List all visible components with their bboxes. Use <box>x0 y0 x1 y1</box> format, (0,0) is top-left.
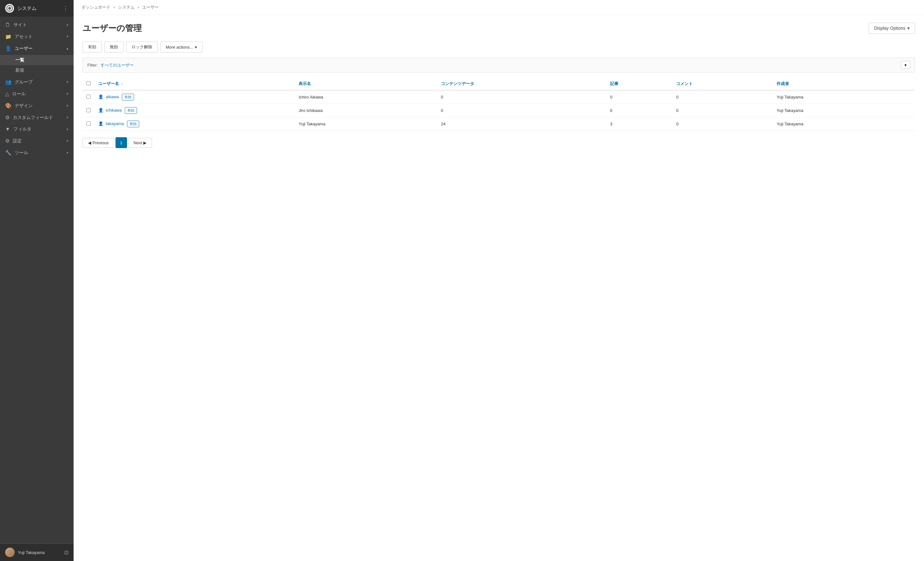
previous-button[interactable]: ◀ Previous <box>82 138 114 148</box>
site-icon: 🗒 <box>5 22 10 28</box>
chevron-down-icon: ▾ <box>66 151 69 155</box>
breadcrumb-sep-2: › <box>138 5 140 10</box>
chevron-left-icon: ◀ <box>88 140 91 145</box>
table-header-author[interactable]: 作成者 <box>772 78 915 90</box>
row-checkbox-1[interactable] <box>86 108 90 112</box>
sidebar-user-name: Yuji Takayama <box>18 550 45 555</box>
filter-label: Filter: <box>87 63 98 68</box>
sidebar-item-users[interactable]: 👤 ユーザー ▴ <box>0 42 74 54</box>
row-comments-cell: 0 <box>672 117 772 131</box>
filter-bar: Filter: すべてのユーザー ▾ <box>82 58 915 73</box>
table-header-username[interactable]: ユーザー名 ↑ <box>94 78 295 90</box>
page-number-1[interactable]: 1 <box>116 137 127 148</box>
sidebar-sub-label-new: 新規 <box>15 68 24 73</box>
app-title: システム <box>17 5 36 12</box>
row-comments-cell: 0 <box>672 90 772 104</box>
sidebar-item-label-custom-fields: カスタムフィールド <box>13 115 53 121</box>
breadcrumb-sep-1: › <box>114 5 116 10</box>
more-actions-button[interactable]: More actions... ▾ <box>160 42 202 52</box>
table-row: 👤 aikawa 有効 Ichiro Aikawa 0 0 0 Yuji Tak… <box>82 90 915 104</box>
table-header-comments[interactable]: コメント <box>672 78 772 90</box>
row-comments-cell: 0 <box>672 104 772 117</box>
sidebar-item-settings[interactable]: ⚙ 設定 ▾ <box>0 135 74 147</box>
username-link[interactable]: takayama <box>106 121 124 126</box>
breadcrumb-dashboard: ダッシュボード <box>81 5 110 10</box>
sidebar-item-custom-fields[interactable]: ⚙ カスタムフィールド ▾ <box>0 112 74 123</box>
disable-button[interactable]: 無効 <box>104 42 123 52</box>
username-link[interactable]: ichikawa <box>106 108 122 112</box>
sidebar-menu-button[interactable]: ⋮ <box>63 5 69 12</box>
sidebar-item-label-site: サイト <box>14 22 27 28</box>
row-username-cell: 👤 ichikawa 有効 <box>94 104 295 117</box>
sidebar-item-assets[interactable]: 📁 アセット ▾ <box>0 31 74 42</box>
table-header-display-name[interactable]: 表示名 <box>295 78 437 90</box>
row-checkbox-cell <box>82 104 94 117</box>
sidebar-item-label-users: ユーザー <box>15 46 33 51</box>
row-articles-cell: 0 <box>606 104 672 117</box>
unlock-button[interactable]: ロック解除 <box>126 42 158 52</box>
row-checkbox-cell <box>82 117 94 131</box>
row-display-name-cell: Jiro Ichikawa <box>295 104 437 117</box>
sidebar-item-design[interactable]: 🎨 デザイン ▾ <box>0 100 74 112</box>
row-author-cell: Yuji Takayama <box>772 90 915 104</box>
sidebar-footer: Yuji Takayama ⊡ <box>0 543 74 561</box>
sidebar-item-label-tools: ツール <box>15 150 28 156</box>
row-display-name-cell: Ichiro Aikawa <box>295 90 437 104</box>
sidebar-sub-item-new[interactable]: 新規 <box>0 65 74 75</box>
page-header: ユーザーの管理 Display Options ▾ <box>82 23 915 34</box>
table-body: 👤 aikawa 有効 Ichiro Aikawa 0 0 0 Yuji Tak… <box>82 90 915 131</box>
sidebar-item-tools[interactable]: 🔧 ツール ▾ <box>0 147 74 159</box>
row-content-data-cell: 24 <box>437 117 606 131</box>
sidebar-footer-user: Yuji Takayama <box>5 548 45 557</box>
row-checkbox-cell <box>82 90 94 104</box>
table-row: 👤 takayama 有効 Yuji Takayama 24 3 0 Yuji … <box>82 117 915 131</box>
username-link[interactable]: aikawa <box>106 94 119 99</box>
next-button[interactable]: Next ▶ <box>128 138 152 148</box>
row-articles-cell: 0 <box>606 90 672 104</box>
table-header-content-data[interactable]: コンテンツデータ <box>437 78 606 90</box>
sidebar-item-site[interactable]: 🗒 サイト ▾ <box>0 19 74 31</box>
sidebar-item-groups[interactable]: 👥 グループ ▾ <box>0 76 74 88</box>
external-link-icon[interactable]: ⊡ <box>64 549 69 556</box>
table-header: ユーザー名 ↑ 表示名 コンテンツデータ 記事 コメント <box>82 78 915 90</box>
chevron-right-icon: ▶ <box>143 140 147 145</box>
chevron-down-icon: ▾ <box>66 23 69 27</box>
row-checkbox-2[interactable] <box>86 122 90 126</box>
row-author-cell: Yuji Takayama <box>772 117 915 131</box>
avatar <box>5 548 15 557</box>
status-badge: 有効 <box>127 121 139 127</box>
sidebar-item-roles[interactable]: △ ロール ▾ <box>0 88 74 100</box>
chevron-down-icon: ▾ <box>66 139 69 143</box>
sidebar-sub-users: 一覧 新規 <box>0 54 74 76</box>
table-row: 👤 ichikawa 有効 Jiro Ichikawa 0 0 0 Yuji T… <box>82 104 915 117</box>
enable-button[interactable]: 有効 <box>82 42 102 52</box>
status-badge: 有効 <box>125 107 137 114</box>
filter-dropdown-button[interactable]: ▾ <box>901 61 910 69</box>
sidebar-item-label-groups: グループ <box>15 80 33 85</box>
breadcrumb-system: システム <box>118 5 135 10</box>
chevron-down-icon: ▾ <box>66 34 69 39</box>
custom-fields-icon: ⚙ <box>5 114 10 121</box>
select-all-checkbox[interactable] <box>86 81 90 86</box>
display-options-button[interactable]: Display Options ▾ <box>868 23 915 34</box>
groups-icon: 👥 <box>5 79 12 85</box>
row-content-data-cell: 0 <box>437 104 606 117</box>
sidebar-sub-label-list: 一覧 <box>15 57 24 63</box>
sidebar-nav: 🗒 サイト ▾ 📁 アセット ▾ 👤 ユーザー ▴ 一覧 <box>0 16 74 543</box>
user-icon: 👤 <box>98 108 104 112</box>
chevron-down-icon: ▾ <box>66 80 69 84</box>
page-title: ユーザーの管理 <box>82 23 142 34</box>
row-author-cell: Yuji Takayama <box>772 104 915 117</box>
settings-icon: ⚙ <box>5 138 10 144</box>
filter-active-link[interactable]: すべてのユーザー <box>100 62 134 68</box>
chevron-down-icon: ▾ <box>908 26 910 31</box>
chevron-down-icon: ▾ <box>66 127 69 132</box>
row-checkbox-0[interactable] <box>86 94 90 99</box>
row-content-data-cell: 0 <box>437 90 606 104</box>
sidebar-item-filter[interactable]: ▼ フィルタ ▾ <box>0 123 74 135</box>
table-header-articles[interactable]: 記事 <box>606 78 672 90</box>
pagination: ◀ Previous 1 Next ▶ <box>82 137 915 148</box>
sidebar-sub-item-list[interactable]: 一覧 <box>0 55 74 65</box>
sidebar-header-left: システム <box>5 4 36 13</box>
main-content: ダッシュボード › システム › ユーザー ユーザーの管理 Display Op… <box>74 0 924 561</box>
